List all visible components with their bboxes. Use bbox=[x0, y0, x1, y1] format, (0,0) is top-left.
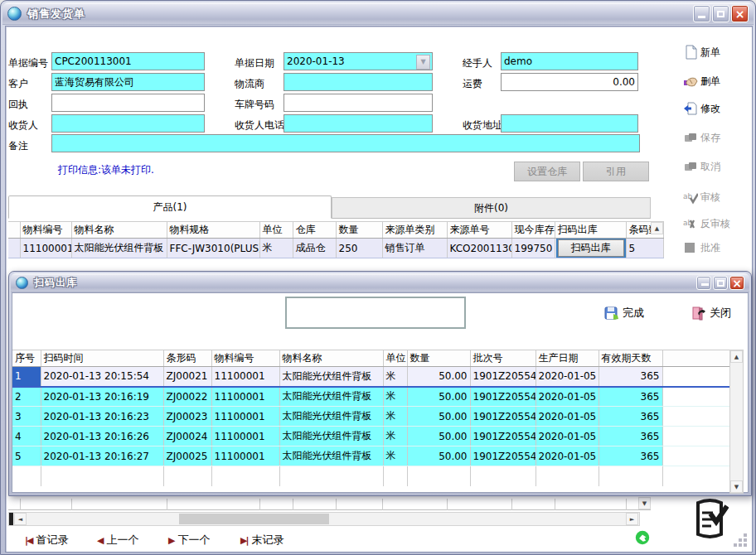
nav-next-label: 下一个 bbox=[177, 533, 210, 548]
sidebar-delete-button[interactable]: 删单 bbox=[683, 72, 753, 90]
scan-table-row[interactable]: 22020-01-13 20:16:19ZJ0002211100001太阳能光伏… bbox=[12, 387, 731, 407]
receiver-phone-field[interactable] bbox=[284, 114, 433, 133]
sidebar-modify-button[interactable]: 修改 bbox=[683, 99, 753, 118]
scan-scroll-up-icon[interactable]: ▲ bbox=[730, 350, 743, 363]
col-unit[interactable]: 单位 bbox=[259, 222, 293, 239]
cancel-icon bbox=[683, 159, 698, 174]
sidebar-approve-button[interactable]: 批准 bbox=[683, 239, 753, 257]
modal-titlebar[interactable]: 扫码出库 × bbox=[11, 273, 749, 292]
sidebar-unaudit-button[interactable]: ab 反审核 bbox=[683, 215, 753, 233]
col-prod-date[interactable]: 生产日期 bbox=[536, 350, 598, 367]
col-scan-unit[interactable]: 单位 bbox=[383, 350, 407, 367]
scan-table-cell: 1901Z20554 bbox=[470, 407, 536, 427]
scan-table-row[interactable]: 32020-01-13 20:16:23ZJ0002311100001太阳能光伏… bbox=[12, 407, 731, 427]
cell-barcode-count: 5 bbox=[626, 239, 663, 258]
sidebar-save-button[interactable]: 保存 bbox=[683, 128, 753, 147]
doc-date-field[interactable]: 2020-01-13 ▼ bbox=[284, 52, 433, 70]
col-material-no[interactable]: 物料编号 bbox=[20, 222, 71, 239]
sidebar-audit-button[interactable]: ab 审核 bbox=[683, 188, 753, 206]
col-barcode[interactable]: 条形码 bbox=[163, 350, 211, 367]
product-scroll-up-icon[interactable]: ▲ bbox=[651, 222, 663, 234]
resize-grip[interactable] bbox=[744, 543, 747, 547]
col-scan-material-name[interactable]: 物料名称 bbox=[279, 350, 383, 367]
close-dialog-button[interactable]: 关闭 bbox=[691, 306, 731, 321]
col-source-no[interactable]: 来源单号 bbox=[447, 222, 511, 239]
cell-stock: 199750 bbox=[511, 239, 555, 258]
close-button[interactable]: × bbox=[731, 5, 749, 22]
customer-field[interactable] bbox=[51, 73, 205, 91]
scan-table-row[interactable]: 52020-01-13 20:16:27ZJ0002511100001太阳能光伏… bbox=[12, 446, 731, 466]
main-titlebar[interactable]: 销售发货单 × bbox=[2, 2, 754, 25]
logistics-field[interactable] bbox=[284, 73, 433, 91]
receipt-field[interactable] bbox=[51, 94, 205, 112]
scan-table-row[interactable]: 12020-01-13 20:15:54ZJ0002111100001太阳能光伏… bbox=[12, 367, 731, 387]
scroll-left-icon[interactable]: ◄ bbox=[14, 513, 27, 525]
sidebar-cancel-button[interactable]: 取消 bbox=[683, 157, 753, 176]
scan-table-cell: 2020-01-13 20:15:54 bbox=[41, 367, 163, 387]
modal-minimize-icon bbox=[701, 283, 709, 286]
minimize-button[interactable] bbox=[693, 5, 710, 22]
row-selector-header bbox=[8, 222, 20, 239]
scan-table-row[interactable]: 42020-01-13 20:16:26ZJ0002411100001太阳能光伏… bbox=[12, 427, 731, 446]
doc-no-field[interactable] bbox=[51, 52, 205, 70]
empty-cell bbox=[536, 466, 598, 486]
col-qty[interactable]: 数量 bbox=[336, 222, 382, 239]
sidebar-unaudit-label: 反审核 bbox=[700, 217, 730, 231]
modal-close-button[interactable]: × bbox=[729, 276, 744, 290]
nav-prev-button[interactable]: ◀ 上一个 bbox=[97, 533, 138, 548]
nav-last-button[interactable]: ▶| 末记录 bbox=[240, 533, 284, 548]
col-valid-days[interactable]: 有效期天数 bbox=[598, 350, 662, 367]
scan-table-cell: 1901Z20554 bbox=[470, 427, 536, 446]
address-field[interactable] bbox=[501, 114, 638, 133]
modal-minimize-button[interactable] bbox=[696, 276, 711, 290]
date-dropdown-icon[interactable]: ▼ bbox=[416, 55, 430, 70]
col-material-name[interactable]: 物料名称 bbox=[71, 222, 167, 239]
sidebar-approve-label: 批准 bbox=[700, 241, 720, 255]
cell-warehouse: 成品仓 bbox=[293, 239, 336, 258]
screen: 销售发货单 × 单据编号 单据日期 2020-01-13 ▼ 经手人 客户 物流… bbox=[0, 0, 756, 555]
col-scan-time[interactable]: 扫码时间 bbox=[41, 350, 163, 367]
tab-attachment[interactable]: 附件(0) bbox=[332, 197, 651, 219]
complete-button[interactable]: 完成 bbox=[604, 306, 644, 321]
col-material-spec[interactable]: 物料规格 bbox=[167, 222, 259, 239]
scan-table-cell: 5 bbox=[12, 446, 41, 466]
col-scan-material-no[interactable]: 物料编号 bbox=[211, 350, 279, 367]
maximize-button[interactable] bbox=[712, 5, 729, 22]
receiver-field[interactable] bbox=[51, 114, 205, 133]
horizontal-scrollbar[interactable]: ◄ ► bbox=[8, 512, 640, 526]
scan-table-cell: 50.00 bbox=[407, 367, 470, 387]
tab-product[interactable]: 产品(1) bbox=[8, 195, 332, 219]
nav-next-button[interactable]: ▶ 下一个 bbox=[168, 533, 210, 548]
agent-field[interactable] bbox=[501, 52, 638, 70]
cell-qty: 250 bbox=[336, 239, 382, 258]
grid-scroll-down-icon[interactable]: ▼ bbox=[638, 497, 651, 509]
scan-scroll-down-icon[interactable]: ▼ bbox=[730, 480, 743, 493]
main-client-area: 单据编号 单据日期 2020-01-13 ▼ 经手人 客户 物流商 运费 回执 … bbox=[5, 26, 753, 553]
col-batch-no[interactable]: 批次号 bbox=[470, 350, 536, 367]
col-scan-out[interactable]: 扫码出库 bbox=[555, 222, 626, 239]
plate-field[interactable] bbox=[284, 94, 433, 112]
product-row[interactable]: 11100001 太阳能光伏组件背板 FFC-JW3010(PLUS) 米 成品… bbox=[8, 239, 663, 258]
reference-button[interactable]: 引用 bbox=[583, 162, 649, 181]
scan-vertical-scrollbar[interactable]: ▲ ▼ bbox=[729, 350, 744, 494]
col-scan-qty[interactable]: 数量 bbox=[407, 350, 470, 367]
row-selector[interactable] bbox=[8, 239, 20, 258]
freight-field[interactable] bbox=[501, 73, 638, 91]
scan-out-button[interactable]: 扫码出库 bbox=[558, 239, 624, 257]
col-warehouse[interactable]: 仓库 bbox=[293, 222, 336, 239]
nav-first-button[interactable]: |◀ 首记录 bbox=[25, 533, 68, 548]
remark-field[interactable] bbox=[51, 134, 640, 152]
set-warehouse-button[interactable]: 设置仓库 bbox=[514, 162, 580, 181]
col-stock[interactable]: 现今库存 bbox=[511, 222, 555, 239]
modal-maximize-button[interactable] bbox=[713, 276, 728, 290]
col-seq[interactable]: 序号 bbox=[12, 350, 41, 367]
sidebar-new-button[interactable]: 新单 bbox=[683, 43, 753, 61]
barcode-scan-input[interactable] bbox=[285, 297, 466, 329]
scan-table-cell: 米 bbox=[383, 387, 407, 407]
scroll-right-icon[interactable]: ► bbox=[626, 513, 638, 525]
col-source-type[interactable]: 来源单类别 bbox=[382, 222, 447, 239]
scan-table-cell: ZJ00024 bbox=[163, 427, 211, 446]
address-label: 收货地址 bbox=[463, 118, 502, 133]
scrollbar-thumb[interactable] bbox=[179, 514, 329, 524]
scan-table-cell: 365 bbox=[598, 387, 662, 407]
